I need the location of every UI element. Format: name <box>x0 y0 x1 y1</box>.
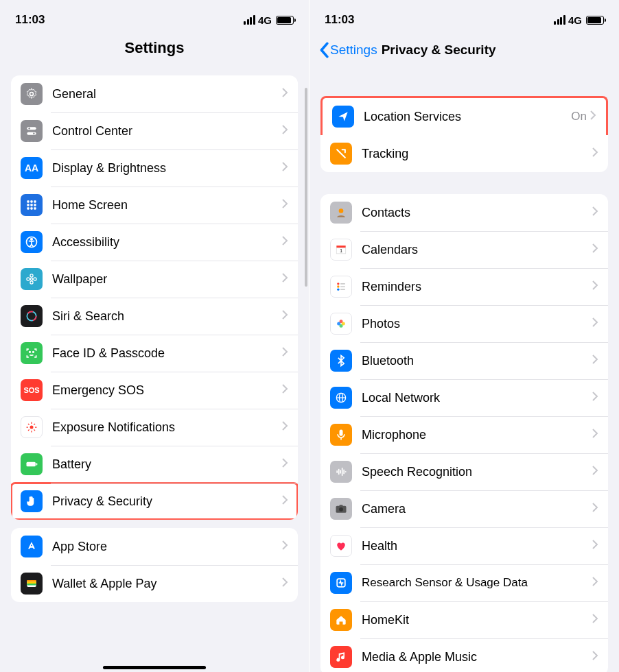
chevron-left-icon <box>318 42 330 58</box>
row-media[interactable]: Media & Apple Music <box>320 638 608 672</box>
svg-point-45 <box>337 285 339 287</box>
settings-list[interactable]: General Control Center AA Display & Brig… <box>0 67 309 672</box>
row-health[interactable]: Health <box>320 527 608 564</box>
chevron-right-icon <box>281 235 288 249</box>
row-label: Media & Apple Music <box>362 650 592 664</box>
chevron-right-icon <box>281 494 288 508</box>
row-speech[interactable]: Speech Recognition <box>320 453 608 490</box>
svg-rect-12 <box>30 207 32 209</box>
chevron-right-icon <box>592 206 598 219</box>
privacy-list[interactable]: Location Services On Tracking Contacts 1… <box>310 67 619 672</box>
settings-group-store: App Store Wallet & Apple Pay <box>11 528 298 602</box>
row-control-center[interactable]: Control Center <box>11 112 298 149</box>
row-label: Privacy & Security <box>52 494 281 509</box>
row-appstore[interactable]: App Store <box>11 528 298 565</box>
svg-rect-5 <box>27 200 29 202</box>
row-label: Wallpaper <box>52 272 281 287</box>
chevron-right-icon <box>592 280 598 293</box>
status-bar: 11:03 4G <box>0 0 309 33</box>
back-button[interactable]: Settings <box>318 42 377 58</box>
row-privacy[interactable]: Privacy & Security <box>11 483 298 520</box>
row-tracking[interactable]: Tracking <box>320 135 608 172</box>
privacy-group-tracking: Tracking <box>320 135 608 172</box>
chevron-right-icon <box>589 110 596 123</box>
row-wallet[interactable]: Wallet & Apple Pay <box>11 565 298 602</box>
row-homekit[interactable]: HomeKit <box>320 601 608 638</box>
row-reminders[interactable]: Reminders <box>320 268 608 305</box>
chevron-right-icon <box>281 272 288 286</box>
svg-rect-57 <box>340 430 343 436</box>
scrollbar[interactable] <box>305 88 307 287</box>
row-accessibility[interactable]: Accessibility <box>11 224 298 261</box>
row-general[interactable]: General <box>11 75 298 112</box>
row-label: Home Screen <box>52 198 281 213</box>
svg-point-65 <box>339 507 343 512</box>
row-photos[interactable]: Photos <box>320 305 608 342</box>
signal-icon <box>554 15 565 25</box>
network-label: 4G <box>258 14 272 26</box>
svg-rect-11 <box>27 207 29 209</box>
svg-line-31 <box>34 429 35 431</box>
row-label: Battery <box>52 457 281 472</box>
appstore-icon <box>21 536 43 557</box>
chevron-right-icon <box>281 420 288 434</box>
row-label: Bluetooth <box>362 354 592 368</box>
music-icon <box>330 646 352 668</box>
row-calendars[interactable]: 1 Calendars <box>320 231 608 268</box>
row-faceid[interactable]: Face ID & Passcode <box>11 335 298 372</box>
home-indicator[interactable] <box>103 666 206 669</box>
chevron-right-icon <box>281 577 288 590</box>
row-wallpaper[interactable]: Wallpaper <box>11 261 298 298</box>
svg-line-32 <box>28 429 30 431</box>
svg-rect-35 <box>36 463 38 465</box>
row-label: Speech Recognition <box>362 465 592 479</box>
svg-text:1: 1 <box>340 248 342 253</box>
row-microphone[interactable]: Microphone <box>320 416 608 453</box>
row-siri[interactable]: Siri & Search <box>11 298 298 335</box>
home-icon <box>330 609 352 631</box>
privacy-group-location: Location Services On <box>320 96 608 135</box>
status-bar: 11:03 4G <box>310 0 619 33</box>
row-exposure[interactable]: Exposure Notifications <box>11 409 298 446</box>
battery-icon <box>586 16 604 25</box>
row-local-network[interactable]: Local Network <box>320 379 608 416</box>
svg-rect-8 <box>27 204 29 206</box>
row-label: Camera <box>362 502 592 516</box>
row-value: On <box>571 110 587 123</box>
chevron-right-icon <box>281 383 288 397</box>
row-label: Siri & Search <box>52 309 281 324</box>
row-label: Accessibility <box>52 235 281 250</box>
chevron-right-icon <box>592 613 598 627</box>
row-battery[interactable]: Battery <box>11 446 298 483</box>
row-research[interactable]: Research Sensor & Usage Data <box>320 564 608 601</box>
svg-point-40 <box>339 208 344 213</box>
row-label: Calendars <box>362 243 592 257</box>
row-home-screen[interactable]: Home Screen <box>11 187 298 224</box>
chevron-right-icon <box>592 650 598 664</box>
battery-icon <box>276 16 294 25</box>
status-time: 11:03 <box>325 13 354 27</box>
row-contacts[interactable]: Contacts <box>320 194 608 231</box>
row-label: Health <box>362 539 592 553</box>
row-display[interactable]: AA Display & Brightness <box>11 149 298 187</box>
svg-rect-66 <box>340 505 343 507</box>
row-camera[interactable]: Camera <box>320 490 608 527</box>
chevron-right-icon <box>592 428 598 442</box>
chevron-right-icon <box>281 457 288 471</box>
row-label: Local Network <box>362 391 592 405</box>
row-bluetooth[interactable]: Bluetooth <box>320 342 608 379</box>
contacts-icon <box>330 202 352 224</box>
row-label: General <box>52 87 281 101</box>
svg-point-25 <box>30 426 34 429</box>
tracking-icon <box>330 143 352 165</box>
svg-rect-37 <box>27 580 36 582</box>
svg-point-3 <box>28 128 30 130</box>
row-sos[interactable]: SOS Emergency SOS <box>11 372 298 409</box>
svg-rect-34 <box>27 462 36 467</box>
chevron-right-icon <box>281 124 288 138</box>
row-label: Microphone <box>362 428 592 442</box>
row-location-services[interactable]: Location Services On <box>323 98 606 135</box>
research-icon <box>330 572 352 594</box>
chevron-right-icon <box>592 465 598 479</box>
wallet-icon <box>21 573 43 595</box>
